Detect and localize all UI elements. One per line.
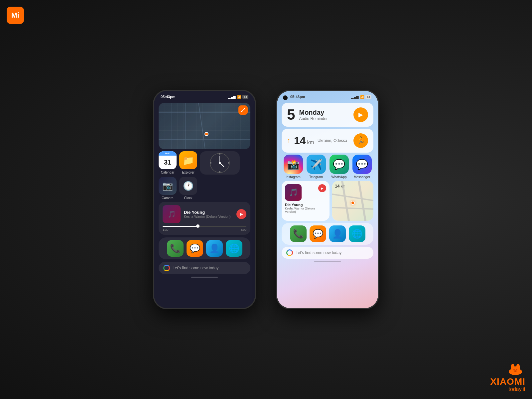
dark-time: 05:43pm xyxy=(161,95,176,99)
svg-line-9 xyxy=(199,103,205,149)
progress-bar-fill xyxy=(163,226,198,227)
instagram-icon-wrap: 📸 xyxy=(284,155,303,174)
signal-icon: ▂▄▆ xyxy=(228,95,236,99)
svg-line-25 xyxy=(332,194,373,201)
calendar-icon-wrap: 2021 31 xyxy=(159,151,177,169)
brand-name: XIAOMI xyxy=(490,377,525,386)
music-play-button[interactable]: ▶ xyxy=(236,209,246,219)
map-unit: km xyxy=(341,185,345,188)
camera-label: Camera xyxy=(162,196,174,200)
whatsapp-icon-wrap: 💬 xyxy=(330,155,349,174)
light-search-text: Let's find some new today xyxy=(296,250,341,255)
map-distance: 14 xyxy=(335,184,339,189)
svg-line-26 xyxy=(332,207,373,209)
music-progress: 1:30 3:00 xyxy=(163,226,246,231)
dark-search-text: Let's find some new today xyxy=(173,266,218,270)
light-music-art: 🎵 xyxy=(285,184,302,201)
dock-messages-icon[interactable]: 💬 xyxy=(187,240,203,257)
light-map-widget: 14 km xyxy=(332,181,373,221)
dark-apps-grid: 2021 31 Calendar 📁 Explorer xyxy=(159,151,197,200)
camera-app-icon[interactable]: 📷 Camera xyxy=(159,177,177,200)
svg-point-6 xyxy=(514,370,517,372)
cal-year: 2021 xyxy=(159,151,177,156)
mi-logo: Mi xyxy=(7,7,24,24)
dark-apps-section: 2021 31 Calendar 📁 Explorer xyxy=(159,151,250,200)
light-dock-phone-icon[interactable]: 📞 xyxy=(290,225,307,242)
dock-phone-icon[interactable]: 📞 xyxy=(167,240,184,257)
light-music-play-button[interactable]: ▶ xyxy=(318,184,326,192)
light-status-icons: ▂▄▆ 📶 53 xyxy=(351,95,371,99)
light-map-dot xyxy=(351,201,355,205)
light-signal-icon: ▂▄▆ xyxy=(351,95,359,99)
steps-number: 14 xyxy=(294,135,306,146)
dark-home-indicator[interactable] xyxy=(191,277,218,278)
dark-map-widget xyxy=(159,103,250,149)
svg-point-4 xyxy=(513,369,515,370)
light-dock-messages-icon[interactable]: 💬 xyxy=(310,225,326,242)
light-search-bar[interactable]: Let's find some new today xyxy=(282,247,373,259)
light-google-logo xyxy=(286,249,293,256)
progress-times: 1:30 3:00 xyxy=(163,228,246,231)
clock-app-icon[interactable]: 🕐 Clock xyxy=(179,177,197,200)
light-dock: 📞 💬 👤 🌐 xyxy=(282,223,373,245)
instagram-app-icon[interactable]: 📸 Instagram xyxy=(284,155,303,179)
light-battery-icon: 53 xyxy=(365,95,371,99)
steps-unit: km xyxy=(307,140,314,146)
light-phone-screen: 05:43pm ▂▄▆ 📶 53 5 Monday Audio Reminder… xyxy=(277,91,378,308)
date-sub: Audio Reminder xyxy=(299,116,349,121)
music-subtitle: Kesha Warrior (Deluxe Version) xyxy=(184,215,233,218)
dark-search-bar[interactable]: Let's find some new today xyxy=(159,262,250,274)
telegram-label: Telegram xyxy=(309,175,323,179)
whatsapp-app-icon[interactable]: 💬 WhatsApp xyxy=(330,155,349,179)
music-album-art: 🎵 xyxy=(163,205,181,223)
light-music-title: Die Young xyxy=(285,203,326,207)
steps-info: Ukraine, Odessa xyxy=(318,138,350,143)
dark-map-inner xyxy=(159,103,250,149)
battery-icon: 53 xyxy=(242,95,248,99)
explorer-label: Explorer xyxy=(182,171,194,174)
svg-point-18 xyxy=(219,171,220,173)
map-expand-button[interactable] xyxy=(238,105,248,115)
progress-dot[interactable] xyxy=(196,224,200,228)
analog-clock-svg xyxy=(209,153,230,173)
brand-sub: today.it xyxy=(490,386,525,392)
analog-clock-widget xyxy=(200,151,240,175)
punch-hole-camera xyxy=(283,95,288,100)
svg-point-17 xyxy=(228,162,229,164)
messenger-label: Messanger xyxy=(354,175,370,179)
dock-browser-icon[interactable]: 🌐 xyxy=(226,240,242,257)
messenger-app-icon[interactable]: 💬 Messanger xyxy=(352,155,372,179)
svg-line-24 xyxy=(359,181,365,221)
svg-point-19 xyxy=(210,162,211,164)
map-streets-svg xyxy=(159,103,250,149)
light-dock-contacts-icon[interactable]: 👤 xyxy=(329,225,346,242)
light-music-widget: 🎵 ▶ Die Young Kesha Warrior (Deluxe Vers… xyxy=(282,181,330,221)
music-title: Die Young xyxy=(184,210,233,215)
telegram-icon-wrap: ✈️ xyxy=(307,155,326,174)
light-map-steps-label: 14 km xyxy=(335,184,345,189)
dock-contacts-icon[interactable]: 👤 xyxy=(206,240,223,257)
cal-day: 31 xyxy=(159,156,177,169)
camera-icon-wrap: 📷 xyxy=(159,177,177,195)
calendar-app-icon[interactable]: 2021 31 Calendar xyxy=(159,151,177,174)
explorer-app-icon[interactable]: 📁 Explorer xyxy=(179,151,197,174)
light-status-bar: 05:43pm ▂▄▆ 📶 53 xyxy=(277,91,378,100)
svg-point-5 xyxy=(516,369,517,370)
light-home-indicator[interactable] xyxy=(314,261,341,262)
whatsapp-label: WhatsApp xyxy=(331,175,346,179)
time-current: 1:30 xyxy=(163,228,169,231)
date-info: Monday Audio Reminder xyxy=(299,109,349,121)
steps-count-area: 14 km xyxy=(294,135,314,146)
light-dock-browser-icon[interactable]: 🌐 xyxy=(349,225,365,242)
date-play-button[interactable]: ▶ xyxy=(353,107,368,122)
telegram-app-icon[interactable]: ✈️ Telegram xyxy=(307,155,326,179)
bunny-icon xyxy=(505,359,525,376)
music-row: 🎵 Die Young Kesha Warrior (Deluxe Versio… xyxy=(163,205,246,223)
light-map-inner: 14 km xyxy=(332,181,373,221)
google-logo xyxy=(163,265,170,271)
light-time: 05:43pm xyxy=(290,95,305,99)
steps-location: Ukraine, Odessa xyxy=(318,138,350,143)
svg-point-22 xyxy=(219,162,221,164)
dark-dock: 📞 💬 👤 🌐 xyxy=(159,237,250,259)
xiaomi-watermark: XIAOMI today.it xyxy=(490,359,525,392)
